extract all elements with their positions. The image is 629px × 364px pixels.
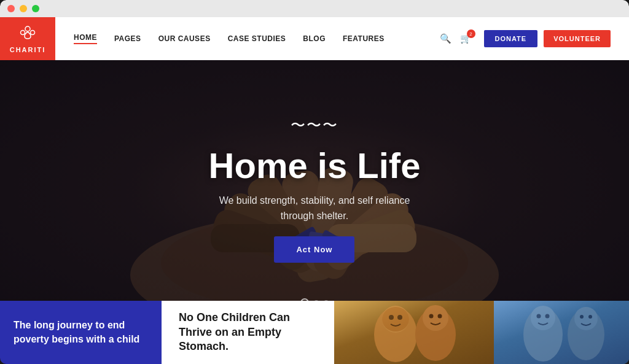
hero-title: Home is Life bbox=[209, 146, 421, 185]
card-blue: The long journey to end poverty begins w… bbox=[0, 301, 162, 364]
svg-point-0 bbox=[25, 26, 30, 31]
main-nav: HOME PAGES OUR CAUSES CASE STUDIES BLOG … bbox=[74, 33, 434, 44]
svg-point-1 bbox=[21, 31, 25, 35]
hero-subtitle: We build strength, stability, and self r… bbox=[216, 193, 413, 224]
svg-point-21 bbox=[382, 307, 409, 331]
slider-dots bbox=[300, 298, 329, 307]
act-now-button[interactable]: Act Now bbox=[274, 236, 354, 263]
logo-area[interactable]: CHARITI bbox=[0, 17, 55, 60]
card-white-title: No One Children Can Thrive on an Empty S… bbox=[179, 311, 317, 354]
svg-point-27 bbox=[438, 314, 442, 319]
svg-point-35 bbox=[588, 315, 592, 319]
bottom-section: The long journey to end poverty begins w… bbox=[0, 301, 629, 364]
header-buttons: DONATE VOLUNTEER bbox=[484, 30, 611, 47]
hero-content: 〜〜〜 Home is Life We build strength, stab… bbox=[209, 115, 421, 263]
close-dot[interactable] bbox=[7, 5, 15, 12]
wave-decoration: 〜〜〜 bbox=[291, 115, 338, 135]
nav-blog[interactable]: BLOG bbox=[303, 34, 326, 43]
window-chrome bbox=[0, 0, 629, 17]
volunteer-button[interactable]: VOLUNTEER bbox=[544, 30, 611, 47]
nav-icons: 🔍 🛒 2 bbox=[440, 33, 472, 44]
wave-icon: 〜〜〜 bbox=[291, 115, 338, 135]
card-image-1 bbox=[334, 301, 494, 364]
nav-pages[interactable]: PAGES bbox=[114, 34, 141, 43]
card-children-svg bbox=[334, 301, 494, 364]
header: CHARITI HOME PAGES OUR CAUSES CASE STUDI… bbox=[0, 17, 629, 60]
card-white[interactable]: No One Children Can Thrive on an Empty S… bbox=[162, 301, 334, 364]
donate-button[interactable]: DONATE bbox=[484, 30, 538, 47]
minimize-dot[interactable] bbox=[20, 5, 27, 12]
search-icon[interactable]: 🔍 bbox=[440, 33, 451, 44]
slider-dot-1[interactable] bbox=[300, 298, 309, 307]
card-image-2 bbox=[494, 301, 629, 364]
svg-point-23 bbox=[397, 315, 402, 320]
logo-icon bbox=[18, 24, 37, 45]
nav-features[interactable]: FEATURES bbox=[343, 34, 385, 43]
logo-text: CHARITI bbox=[10, 46, 46, 53]
svg-point-26 bbox=[429, 314, 434, 319]
svg-point-22 bbox=[389, 315, 394, 320]
site-container: CHARITI HOME PAGES OUR CAUSES CASE STUDI… bbox=[0, 17, 629, 364]
svg-point-25 bbox=[423, 305, 448, 331]
svg-point-34 bbox=[580, 315, 584, 319]
svg-point-2 bbox=[31, 31, 35, 35]
card-children-svg-2 bbox=[494, 301, 629, 364]
maximize-dot[interactable] bbox=[32, 5, 39, 12]
cart-badge: 2 bbox=[467, 29, 475, 38]
svg-point-30 bbox=[537, 314, 541, 319]
nav-home[interactable]: HOME bbox=[74, 33, 97, 44]
svg-point-29 bbox=[531, 306, 555, 330]
nav-our-causes[interactable]: OUR CAUSES bbox=[158, 34, 211, 43]
card-blue-text: The long journey to end poverty begins w… bbox=[14, 319, 148, 346]
slider-dot-inner bbox=[303, 301, 307, 304]
hero-section: 〜〜〜 Home is Life We build strength, stab… bbox=[0, 60, 629, 318]
slider-dot-3[interactable] bbox=[324, 300, 329, 305]
svg-point-33 bbox=[574, 307, 598, 330]
svg-point-31 bbox=[545, 314, 550, 319]
nav-case-studies[interactable]: CASE STUDIES bbox=[228, 34, 286, 43]
cart-icon[interactable]: 🛒 2 bbox=[460, 33, 472, 44]
slider-dot-2[interactable] bbox=[314, 300, 319, 305]
